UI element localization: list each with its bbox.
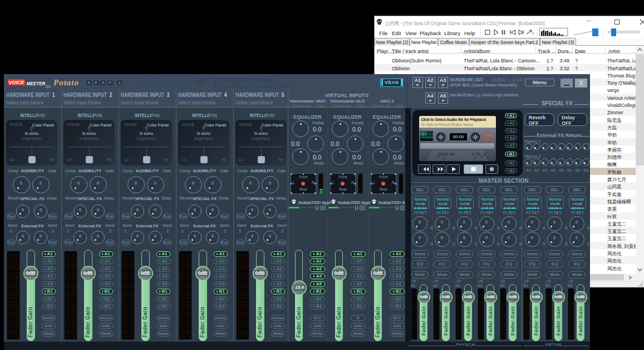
svg-text:?: ? bbox=[532, 31, 534, 36]
